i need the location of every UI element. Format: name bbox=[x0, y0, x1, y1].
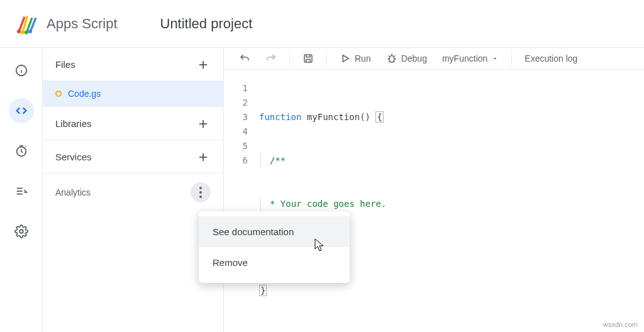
svg-point-1 bbox=[21, 30, 25, 34]
app-body: Files ＋ Code.gs Libraries ＋ Services ＋ A… bbox=[0, 48, 644, 332]
svg-point-14 bbox=[389, 56, 394, 63]
project-title[interactable]: Untitled project bbox=[160, 16, 253, 32]
run-label: Run bbox=[355, 53, 371, 64]
line-number: 3 bbox=[224, 110, 248, 124]
files-section-header: Files ＋ bbox=[43, 48, 223, 81]
line-number: 1 bbox=[224, 81, 248, 96]
apps-script-logo-icon bbox=[15, 13, 38, 35]
svg-line-17 bbox=[394, 56, 395, 57]
service-more-button[interactable] bbox=[191, 182, 211, 202]
menu-item-see-documentation[interactable]: See documentation bbox=[199, 216, 350, 247]
code-line bbox=[259, 327, 644, 332]
left-rail bbox=[0, 48, 43, 332]
divider bbox=[289, 50, 290, 67]
redo-button[interactable] bbox=[259, 48, 283, 69]
app-header: Apps Script Untitled project bbox=[0, 0, 644, 48]
menu-item-remove[interactable]: Remove bbox=[199, 247, 350, 278]
function-name: myFunction bbox=[442, 53, 487, 64]
kebab-icon bbox=[199, 187, 202, 198]
line-number: 5 bbox=[224, 139, 248, 153]
svg-point-11 bbox=[19, 230, 23, 233]
run-button[interactable]: Run bbox=[333, 48, 377, 69]
svg-point-2 bbox=[25, 30, 28, 34]
service-item-analytics[interactable]: Analytics bbox=[43, 174, 223, 211]
services-label: Services bbox=[55, 152, 92, 162]
svg-line-16 bbox=[388, 56, 389, 57]
editor-area: Run Debug myFunction Execution log 1 2 3… bbox=[224, 48, 644, 332]
libraries-label: Libraries bbox=[55, 118, 92, 129]
rail-overview[interactable] bbox=[9, 58, 34, 83]
code-editor[interactable]: 1 2 3 4 5 6 function myFunction() { /** … bbox=[224, 70, 644, 332]
file-item-code-gs[interactable]: Code.gs bbox=[43, 81, 223, 107]
editor-toolbar: Run Debug myFunction Execution log bbox=[224, 48, 644, 70]
chevron-down-icon bbox=[491, 55, 499, 62]
execution-log-button[interactable]: Execution log bbox=[518, 48, 584, 69]
divider bbox=[511, 50, 512, 67]
line-number: 6 bbox=[224, 153, 248, 168]
rail-executions[interactable] bbox=[9, 179, 34, 204]
code-content[interactable]: function myFunction() { /** * Your code … bbox=[259, 81, 644, 332]
services-section-header: Services ＋ bbox=[43, 140, 223, 174]
app-title: Apps Script bbox=[47, 16, 118, 32]
rail-triggers[interactable] bbox=[9, 138, 34, 163]
line-gutter: 1 2 3 4 5 6 bbox=[224, 81, 259, 332]
code-line: } bbox=[259, 284, 644, 298]
add-library-button[interactable]: ＋ bbox=[196, 116, 211, 131]
files-label: Files bbox=[55, 59, 75, 70]
rail-editor[interactable] bbox=[9, 98, 34, 123]
divider bbox=[326, 50, 327, 67]
svg-rect-12 bbox=[304, 55, 312, 62]
svg-line-20 bbox=[388, 62, 389, 63]
watermark: wsxdn.com bbox=[603, 321, 638, 328]
debug-button[interactable]: Debug bbox=[380, 48, 433, 69]
mouse-cursor-icon bbox=[314, 238, 327, 253]
code-line: /** bbox=[259, 153, 644, 168]
execution-log-label: Execution log bbox=[525, 53, 577, 64]
add-service-button[interactable]: ＋ bbox=[196, 149, 211, 164]
service-label: Analytics bbox=[55, 187, 91, 197]
line-number: 4 bbox=[224, 124, 248, 139]
unsaved-indicator-icon bbox=[55, 91, 62, 97]
sidebar: Files ＋ Code.gs Libraries ＋ Services ＋ A… bbox=[43, 48, 224, 332]
code-line: * Your code goes here. bbox=[259, 197, 644, 211]
debug-label: Debug bbox=[401, 53, 427, 64]
svg-point-3 bbox=[28, 30, 32, 33]
code-line: function myFunction() { bbox=[259, 110, 644, 124]
svg-marker-13 bbox=[343, 55, 348, 62]
function-selector[interactable]: myFunction bbox=[436, 48, 505, 69]
rail-settings[interactable] bbox=[9, 219, 34, 244]
libraries-section-header: Libraries ＋ bbox=[43, 107, 223, 140]
file-name-label: Code.gs bbox=[68, 89, 101, 99]
svg-line-21 bbox=[394, 62, 395, 63]
save-button[interactable] bbox=[296, 48, 320, 69]
add-file-button[interactable]: ＋ bbox=[196, 57, 211, 72]
svg-point-0 bbox=[17, 30, 21, 33]
line-number: 2 bbox=[224, 96, 248, 110]
service-context-menu: See documentation Remove bbox=[199, 211, 350, 283]
undo-button[interactable] bbox=[233, 48, 257, 69]
